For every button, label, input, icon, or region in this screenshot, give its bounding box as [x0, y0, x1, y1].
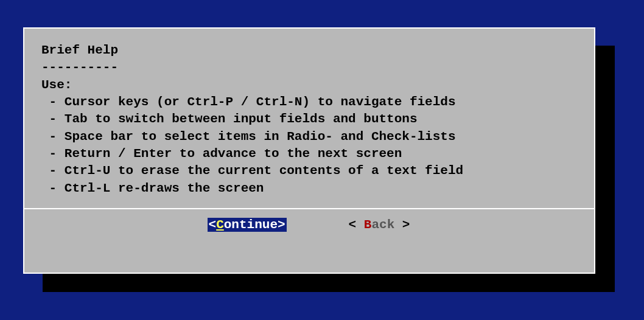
- continue-hotkey: C: [216, 218, 224, 232]
- help-content: Brief Help ---------- Use: - Cursor keys…: [24, 29, 594, 204]
- help-title: Brief Help: [41, 43, 118, 57]
- help-dialog: Brief Help ---------- Use: - Cursor keys…: [23, 27, 595, 274]
- help-item: - Ctrl-U to erase the current contents o…: [41, 164, 463, 178]
- continue-button[interactable]: <Continue>: [208, 218, 287, 232]
- back-hotkey: B: [364, 218, 372, 232]
- help-item: - Return / Enter to advance to the next …: [41, 147, 402, 161]
- help-item: - Tab to switch between input fields and…: [41, 112, 418, 126]
- help-item: - Ctrl-L re-draws the screen: [41, 181, 264, 195]
- help-intro: Use:: [41, 78, 72, 92]
- help-item: - Space bar to select items in Radio- an…: [41, 130, 456, 144]
- help-title-underline: ----------: [41, 60, 118, 74]
- back-button[interactable]: < Back >: [348, 218, 411, 232]
- help-item: - Cursor keys (or Ctrl-P / Ctrl-N) to na…: [41, 95, 456, 109]
- button-row: <Continue> < Back >: [24, 209, 594, 232]
